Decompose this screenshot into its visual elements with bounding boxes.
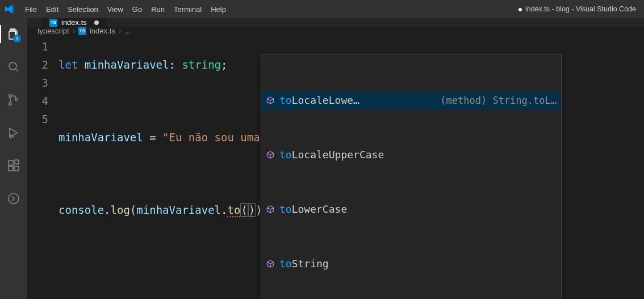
- svg-point-3: [15, 98, 18, 101]
- app-root: File Edit Selection View Go Run Terminal…: [0, 0, 644, 299]
- modified-dot-icon: [518, 8, 522, 11]
- suggest-item[interactable]: toLocaleLowe… (method) String.toL…: [261, 91, 561, 110]
- typescript-icon: TS: [78, 27, 86, 35]
- source-control-icon[interactable]: [0, 89, 27, 111]
- svg-rect-7: [14, 166, 19, 171]
- suggest-item[interactable]: toLowerCase: [261, 200, 561, 218]
- search-icon[interactable]: [0, 56, 27, 78]
- svg-point-2: [9, 103, 12, 106]
- breadcrumb[interactable]: typescript › TS index.ts › ...: [27, 27, 644, 35]
- menu-bar: File Edit Selection View Go Run Terminal…: [0, 0, 644, 18]
- explorer-icon[interactable]: 1: [0, 23, 27, 45]
- intellisense-suggest[interactable]: toLocaleLowe… (method) String.toL… toLoc…: [261, 54, 562, 299]
- svg-rect-8: [15, 160, 19, 164]
- chevron-right-icon: ›: [73, 27, 75, 35]
- activity-bar: 1: [0, 18, 27, 299]
- menu-file[interactable]: File: [20, 2, 41, 17]
- breadcrumb-folder[interactable]: typescript: [37, 27, 69, 35]
- editor-area: TS index.ts typescript › TS index.ts › .…: [27, 18, 644, 299]
- code-content[interactable]: let minhaVariavel: string; minhaVariavel…: [58, 37, 644, 299]
- run-debug-icon[interactable]: [0, 121, 27, 144]
- menu-edit[interactable]: Edit: [41, 2, 63, 17]
- suggest-item[interactable]: toLocaleUpperCase: [261, 146, 561, 164]
- menu-selection[interactable]: Selection: [63, 2, 102, 17]
- menu-run[interactable]: Run: [147, 2, 169, 17]
- svg-rect-5: [9, 161, 13, 165]
- tab-bar: TS index.ts: [27, 18, 644, 27]
- menu-items: File Edit Selection View Go Run Terminal…: [20, 2, 231, 17]
- extensions-icon[interactable]: [0, 154, 27, 177]
- explorer-badge: 1: [13, 35, 21, 43]
- method-icon: [266, 205, 275, 214]
- typescript-icon: TS: [49, 19, 57, 27]
- tab-label: index.ts: [61, 18, 87, 27]
- tab-modified-dot-icon: [94, 20, 99, 25]
- menu-help[interactable]: Help: [206, 2, 231, 17]
- window-title: index.ts - blog - Visual Studio Code: [231, 5, 639, 13]
- svg-point-0: [9, 62, 16, 70]
- remote-icon[interactable]: [0, 187, 27, 210]
- svg-point-1: [9, 95, 12, 98]
- breadcrumb-symbol[interactable]: ...: [124, 27, 131, 35]
- method-icon: [266, 96, 275, 105]
- svg-point-4: [10, 135, 12, 137]
- vscode-logo-icon: [5, 4, 15, 14]
- code-editor[interactable]: 1 2 3 4 5 let minhaVariavel: string; min…: [27, 35, 644, 299]
- chevron-right-icon: ›: [119, 27, 121, 35]
- menu-go[interactable]: Go: [128, 2, 147, 17]
- method-icon: [266, 259, 275, 268]
- breadcrumb-file[interactable]: index.ts: [90, 27, 115, 35]
- method-icon: [266, 150, 275, 159]
- suggest-item[interactable]: toString: [261, 255, 561, 273]
- menu-terminal[interactable]: Terminal: [169, 2, 206, 17]
- suggest-doc: (method) String.toL…: [440, 91, 557, 110]
- line-number-gutter: 1 2 3 4 5: [27, 37, 58, 299]
- menu-view[interactable]: View: [103, 2, 128, 17]
- svg-rect-6: [9, 166, 13, 171]
- tab-index-ts[interactable]: TS index.ts: [43, 18, 106, 27]
- body: 1 TS index: [0, 18, 644, 299]
